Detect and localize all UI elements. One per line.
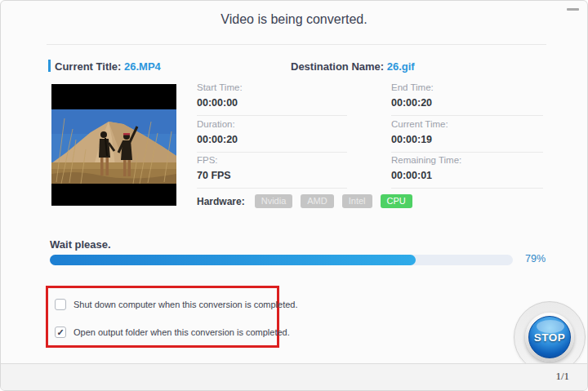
hardware-option-amd[interactable]: AMD — [301, 194, 333, 208]
duration-value: 00:00:20 — [197, 134, 347, 146]
end-time-label: End Time: — [391, 82, 543, 93]
info-start-time: Start Time: 00:00:00 — [197, 82, 347, 116]
info-current-time: Current Time: 00:00:19 — [391, 118, 543, 153]
progress-bar — [50, 255, 513, 265]
start-time-label: Start Time: — [197, 82, 347, 93]
hardware-label: Hardware: — [197, 196, 245, 207]
highlight-red-box — [46, 286, 279, 348]
start-time-value: 00:00:00 — [197, 97, 347, 109]
accent-bar — [48, 60, 51, 72]
page-indicator: 1/1 — [555, 370, 569, 383]
option-shutdown[interactable]: Shut down computer when this conversion … — [55, 299, 298, 310]
video-thumbnail — [51, 84, 176, 206]
hardware-option-nvidia[interactable]: Nvidia — [255, 194, 293, 208]
current-time-value: 00:00:19 — [391, 134, 543, 146]
minimize-icon — [567, 8, 579, 11]
option-open-folder[interactable]: ✓ Open output folder when this conversio… — [55, 327, 290, 338]
hardware-option-intel[interactable]: Intel — [342, 194, 372, 208]
destination-value: 26.gif — [387, 60, 415, 73]
info-duration: Duration: 00:00:20 — [197, 118, 347, 153]
current-title: Current Title: 26.MP4 — [55, 60, 161, 73]
converter-window: Video is being converted. Current Title:… — [0, 0, 588, 391]
fps-label: FPS: — [197, 154, 347, 166]
info-remaining-time: Remaining Time: 00:00:01 — [391, 154, 543, 189]
hardware-row: Hardware: Nvidia AMD Intel CPU — [197, 194, 421, 208]
stop-button-face: STOP — [528, 316, 571, 358]
hardware-option-cpu[interactable]: CPU — [381, 194, 412, 208]
current-time-label: Current Time: — [391, 118, 543, 130]
destination-label: Destination Name: — [291, 60, 387, 73]
info-fps: FPS: 70 FPS — [197, 154, 347, 189]
current-title-value: 26.MP4 — [124, 60, 161, 73]
current-title-label: Current Title: — [55, 60, 124, 73]
duration-label: Duration: — [197, 118, 347, 130]
shutdown-label[interactable]: Shut down computer when this conversion … — [74, 300, 298, 309]
header-divider — [47, 44, 546, 45]
open-folder-label[interactable]: Open output folder when this conversion … — [74, 327, 290, 337]
progress-status-text: Wait please. — [50, 238, 111, 251]
remaining-time-value: 00:00:01 — [391, 170, 543, 182]
remaining-time-label: Remaining Time: — [391, 154, 543, 166]
progress-percent: 79% — [525, 253, 546, 264]
stop-button[interactable]: STOP — [525, 313, 574, 362]
fps-value: 70 FPS — [197, 170, 347, 182]
stop-button-label: STOP — [534, 331, 566, 344]
info-end-time: End Time: 00:00:20 — [391, 82, 543, 116]
destination-name: Destination Name: 26.gif — [291, 60, 415, 73]
footer-bar: 1/1 — [1, 363, 587, 390]
shutdown-checkbox[interactable] — [55, 299, 66, 310]
progress-fill — [50, 255, 416, 265]
page-title: Video is being converted. — [1, 12, 587, 27]
open-folder-checkbox[interactable]: ✓ — [55, 327, 66, 338]
end-time-value: 00:00:20 — [391, 97, 543, 109]
minimize-button[interactable] — [535, 1, 587, 22]
video-thumbnail-image — [51, 84, 176, 206]
